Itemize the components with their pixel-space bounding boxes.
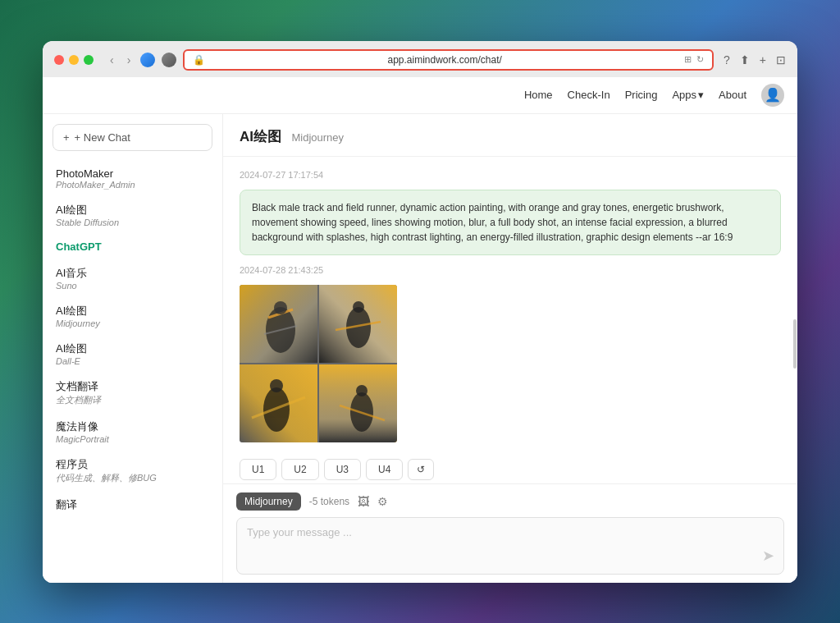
svg-point-14 [270,379,283,392]
image-grid [240,285,397,442]
nav-apps[interactable]: Apps ▾ [672,89,704,101]
chat-input[interactable]: Type your message ... [236,517,784,575]
browser-globe-icon [140,53,155,67]
sidebar-item-subtitle: 全文档翻译 [56,394,209,406]
u2-button[interactable]: U2 [281,459,318,480]
sidebar-item-subtitle: Suno [56,281,209,291]
svg-point-9 [353,301,364,313]
sidebar-item-magic-portrait[interactable]: 魔法肖像 MagicPortrait [43,413,222,451]
reader-icon: ⊞ [684,54,692,65]
help-icon[interactable]: ? [724,53,730,66]
message-timestamp-1: 2024-07-27 17:17:54 [240,170,781,180]
forward-button[interactable]: › [124,52,135,68]
chat-input-area: Midjourney -5 tokens 🖼 ⚙ Type your messa… [223,483,797,583]
tokens-display: -5 tokens [309,496,349,507]
sidebar-item-title: AI音乐 [56,266,209,281]
new-chat-button[interactable]: + + New Chat [52,124,212,151]
sidebar-item-title: 文档翻译 [56,379,209,394]
sidebar-item-title: 程序员 [56,457,209,472]
mode-bar: Midjourney -5 tokens 🖼 ⚙ [236,492,784,511]
site-navbar: Home Check-In Pricing Apps ▾ About 👤 [43,77,797,114]
traffic-lights [54,55,94,65]
url-text: app.aimindwork.com/chat/ [210,54,679,66]
sidebar-item-subtitle: PhotoMaker_Admin [56,180,209,190]
sidebar-item-title: PhotoMaker [56,167,209,180]
sidebar-item-title: AI绘图 [56,203,209,218]
plus-icon: + [63,131,70,144]
sidebar-item-title: ChatGPT [56,240,209,253]
sidebar-item-title: AI绘图 [56,341,209,356]
sidebar-item-ai-draw-midjourney[interactable]: AI绘图 Midjourney [43,297,222,335]
share-icon[interactable]: ⬆ [740,53,750,66]
image-cell-4[interactable] [319,364,397,442]
sidebar-item-subtitle: Stable Diffusion [56,218,209,227]
svg-point-19 [356,385,368,396]
sidebar-item-title: AI绘图 [56,304,209,318]
sidebar-item-doc-translate[interactable]: 文档翻译 全文档翻译 [43,373,222,413]
close-button[interactable] [54,55,64,65]
send-button[interactable]: ➤ [762,547,774,565]
message-prompt-1: Black male track and field runner, dynam… [240,190,781,255]
chat-header: AI绘图 Midjourney [223,114,797,157]
input-placeholder: Type your message ... [247,526,352,538]
sidebar-item-ai-draw-1[interactable]: AI绘图 Stable Diffusion [43,196,222,234]
image-cell-2[interactable] [319,285,397,363]
sidebar-item-subtitle: Dall-E [56,356,209,366]
chat-subtitle: Midjourney [291,131,344,144]
u4-button[interactable]: U4 [366,459,403,480]
chat-messages: 2024-07-27 17:17:54 Black male track and… [223,157,797,483]
sidebar-item-ai-draw-dalle[interactable]: AI绘图 Dall-E [43,335,222,373]
back-button[interactable]: ‹ [107,52,117,68]
sidebar-item-photomaker[interactable]: PhotoMaker PhotoMaker_Admin [43,161,222,196]
add-tab-icon[interactable]: + [760,53,766,66]
refresh-icon[interactable]: ↻ [696,54,704,65]
nav-home[interactable]: Home [524,89,553,101]
sidebar-item-programmer[interactable]: 程序员 代码生成、解释、修BUG [43,451,222,491]
sidebar-item-title: 魔法肖像 [56,419,209,434]
address-bar[interactable]: 🔒 app.aimindwork.com/chat/ ⊞ ↻ [183,49,714,71]
extensions-icon[interactable]: ⊡ [776,53,786,66]
sidebar-item-subtitle: 代码生成、解释、修BUG [56,472,209,484]
lock-icon: 🔒 [193,54,205,66]
chat-area: AI绘图 Midjourney 2024-07-27 17:17:54 Blac… [223,114,797,583]
input-wrapper: Type your message ... ➤ [236,517,784,575]
action-buttons: U1 U2 U3 U4 ↺ [240,459,781,480]
image-icon[interactable]: 🖼 [358,495,369,508]
browser-action-buttons: ? ⬆ + ⊡ [724,53,786,66]
nav-pricing[interactable]: Pricing [625,89,658,101]
image-cell-1[interactable] [240,285,317,363]
browser-body: + + New Chat PhotoMaker PhotoMaker_Admin… [43,114,797,583]
settings-icon[interactable]: ⚙ [377,495,388,508]
image-cell-3[interactable] [240,364,317,442]
sidebar-item-title: 翻译 [56,497,209,512]
scrollbar-thumb [793,319,797,369]
sidebar-item-subtitle: Midjourney [56,318,209,328]
maximize-button[interactable] [84,55,94,65]
refresh-button[interactable]: ↺ [408,459,434,480]
mode-badge[interactable]: Midjourney [236,492,301,511]
apps-chevron-icon: ▾ [698,89,704,101]
message-timestamp-2: 2024-07-28 21:43:25 [240,265,781,275]
u1-button[interactable]: U1 [240,459,276,480]
minimize-button[interactable] [69,55,79,65]
nav-checkin[interactable]: Check-In [568,89,610,101]
sidebar-item-subtitle: MagicPortrait [56,434,209,444]
sidebar: + + New Chat PhotoMaker PhotoMaker_Admin… [43,114,223,583]
user-avatar[interactable]: 👤 [761,84,784,107]
scrollbar[interactable] [792,155,797,476]
chat-title: AI绘图 [240,129,281,144]
nav-about[interactable]: About [719,89,746,101]
sidebar-item-chatgpt[interactable]: ChatGPT [43,234,222,259]
svg-point-5 [274,301,287,314]
u3-button[interactable]: U3 [324,459,361,480]
message-images [240,285,781,442]
browser-shield-icon [162,53,176,67]
sidebar-item-ai-music[interactable]: AI音乐 Suno [43,259,222,297]
sidebar-item-translate[interactable]: 翻译 [43,491,222,519]
